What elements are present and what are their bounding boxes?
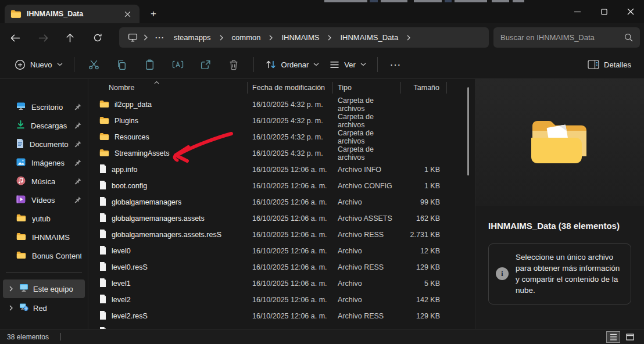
column-header-tipo[interactable]: Tipo — [333, 82, 401, 94]
this-pc-icon[interactable] — [126, 33, 139, 42]
file-type: Archivo RESS — [333, 231, 401, 239]
file-name: globalgamemanagers.assets.resS — [112, 231, 221, 239]
delete-button[interactable] — [220, 59, 248, 70]
chevron-right-icon — [266, 35, 276, 41]
breadcrumb-segment-ihnmaims[interactable]: IHNMAIMS — [277, 31, 324, 44]
screen-artifact — [492, 0, 509, 2]
sidebar-item-m-sica[interactable]: Música — [3, 172, 85, 191]
sidebar-item-escritorio[interactable]: Escritorio — [3, 98, 85, 116]
sidebar-item-ihnmaims[interactable]: IHNMAIMS — [3, 228, 85, 246]
file-icon — [99, 230, 106, 240]
file-row-level0[interactable]: level016/10/2025 12:06 a. m.Archivo12 KB — [89, 243, 471, 259]
rename-icon — [172, 59, 184, 70]
paste-button[interactable] — [136, 59, 164, 70]
file-name-cell: il2cpp_data — [89, 100, 248, 110]
up-button[interactable] — [59, 28, 80, 48]
breadcrumb-segment-steamapps[interactable]: steamapps — [169, 31, 216, 44]
sidebar-item-red[interactable]: Red — [3, 299, 85, 317]
cut-button[interactable] — [80, 59, 108, 70]
breadcrumb-overflow-button[interactable]: ··· — [152, 33, 168, 42]
file-name-cell: globalgamemanagers.assets.resS — [89, 230, 248, 240]
file-row-level1[interactable]: level116/10/2025 12:06 a. m.Archivo5 KB — [89, 275, 471, 292]
sort-button[interactable]: Ordenar — [260, 56, 325, 73]
search-input[interactable]: Buscar en IHNMAIMS_Data — [493, 27, 640, 48]
file-row-resources[interactable]: Resources16/10/2025 4:32 p. m.Carpeta de… — [89, 129, 471, 145]
file-row-plugins[interactable]: Plugins16/10/2025 4:32 p. m.Carpeta de a… — [89, 113, 471, 129]
tab-folder-icon — [10, 9, 22, 19]
new-tab-button[interactable]: + — [145, 6, 162, 22]
trash-icon — [228, 59, 239, 70]
address-bar[interactable]: ··· steamappscommonIHNMAIMSIHNMAIMS_Data — [119, 27, 489, 48]
file-row-il2cpp-data[interactable]: il2cpp_data16/10/2025 4:32 p. m.Carpeta … — [89, 96, 471, 113]
sidebar-item-bonus-content[interactable]: Bonus Content — [3, 246, 85, 265]
minimize-button[interactable] — [564, 0, 591, 23]
file-row-level2[interactable]: level216/10/2025 12:06 a. m.Archivo142 K… — [89, 292, 471, 308]
image-icon — [16, 158, 26, 168]
command-toolbar: Nuevo Ordenar Ver — [0, 51, 644, 79]
column-header-tamano[interactable]: Tamaño — [401, 82, 447, 94]
file-name: level2.resS — [112, 312, 148, 320]
file-modified: 16/10/2025 12:06 a. m. — [248, 280, 333, 288]
toolbar-divider — [253, 57, 254, 72]
vertical-scrollbar[interactable] — [467, 87, 469, 175]
chevron-right-icon — [217, 35, 226, 41]
chevron-right-icon — [404, 35, 413, 41]
view-button[interactable]: Ver — [324, 57, 371, 73]
sidebar-item-v-deos[interactable]: Vídeos — [3, 191, 85, 209]
file-row-globalgamemanagers-assets[interactable]: globalgamemanagers.assets16/10/2025 12:0… — [89, 210, 471, 227]
file-row-level0-ress[interactable]: level0.resS16/10/2025 12:06 a. m.Archivo… — [89, 259, 471, 275]
forward-button[interactable] — [33, 28, 53, 48]
breadcrumb-segment-common[interactable]: common — [227, 31, 266, 44]
file-row-app-info[interactable]: app.info16/10/2025 12:06 a. m.Archivo IN… — [89, 162, 471, 178]
details-view-toggle[interactable] — [606, 331, 620, 343]
file-size: 142 KB — [401, 296, 447, 304]
close-button[interactable] — [617, 0, 644, 23]
file-modified: 16/10/2025 12:06 a. m. — [248, 231, 333, 239]
column-header-fecha[interactable]: Fecha de modificación — [248, 82, 333, 94]
sidebar-tree-section: Este equipoRed — [0, 280, 88, 317]
new-button[interactable]: Nuevo — [9, 56, 68, 74]
file-row-level2-ress[interactable]: level2.resS16/10/2025 12:06 a. m.Archivo… — [89, 308, 471, 324]
file-size: 162 KB — [401, 214, 447, 223]
file-name: Resources — [115, 133, 149, 141]
thumbnail-view-toggle[interactable] — [623, 331, 637, 343]
folder-icon — [99, 149, 109, 159]
maximize-button[interactable] — [591, 0, 617, 23]
file-row-streamingassets[interactable]: StreamingAssets16/10/2025 4:32 p. m.Carp… — [89, 145, 471, 162]
file-type: Carpeta de archivos — [333, 113, 401, 129]
chevron-right-icon — [141, 34, 151, 41]
sidebar-item-descargas[interactable]: Descargas — [3, 116, 85, 135]
sidebar-item-label: Vídeos — [31, 196, 55, 205]
file-name-cell: app.info — [89, 164, 248, 175]
breadcrumb-segment-ihnmaims-data[interactable]: IHNMAIMS_Data — [335, 31, 403, 44]
details-pane-button[interactable]: Detalles — [584, 56, 635, 73]
pin-icon — [74, 178, 81, 185]
thumbnail-view-icon — [626, 334, 634, 341]
file-name: app.info — [112, 166, 137, 174]
search-icon[interactable] — [624, 33, 633, 42]
sidebar-item-este-equipo[interactable]: Este equipo — [3, 280, 85, 298]
file-row-boot-config[interactable]: boot.config16/10/2025 12:06 a. m.Archivo… — [89, 178, 471, 194]
file-name-cell: globalgamemanagers — [89, 197, 248, 207]
sidebar-item-label: Red — [33, 304, 47, 313]
explorer-tab[interactable]: IHNMAIMS_Data — [5, 5, 139, 23]
sidebar-item-label: IHNMAIMS — [32, 233, 70, 242]
file-type: Archivo RESS — [333, 312, 401, 320]
share-button[interactable] — [192, 59, 220, 70]
file-row-globalgamemanagers-assets-ress[interactable]: globalgamemanagers.assets.resS16/10/2025… — [89, 227, 471, 243]
more-options-button[interactable]: ··· — [384, 60, 409, 69]
tab-close-icon[interactable] — [121, 8, 134, 20]
rename-button[interactable] — [164, 59, 192, 70]
copy-button[interactable] — [108, 59, 136, 70]
refresh-button[interactable] — [87, 28, 108, 48]
back-button[interactable] — [5, 28, 26, 48]
pin-icon — [74, 196, 81, 203]
file-icon — [99, 262, 106, 273]
column-header-nombre[interactable]: Nombre — [89, 82, 248, 94]
sidebar-item-im-genes[interactable]: Imágenes — [3, 153, 85, 172]
sidebar-item-yutub[interactable]: yutub — [3, 209, 85, 228]
pin-icon — [74, 103, 81, 110]
file-row-globalgamemanagers[interactable]: globalgamemanagers16/10/2025 12:06 a. m.… — [89, 194, 471, 210]
file-list: Nombre Fecha de modificación Tipo Tamaño… — [89, 79, 471, 329]
sidebar-item-documentos[interactable]: Documentos — [3, 135, 85, 153]
